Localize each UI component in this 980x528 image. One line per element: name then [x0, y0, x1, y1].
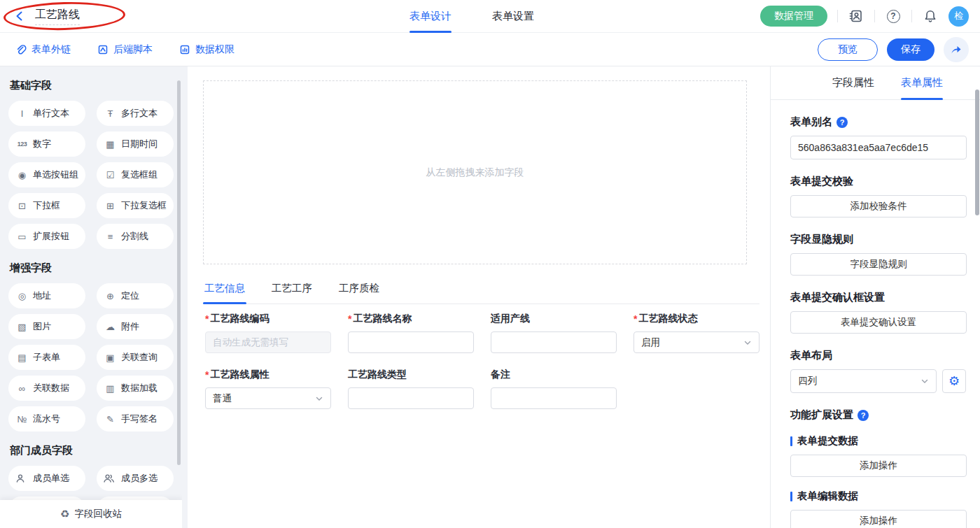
sidebar-item-serial-number[interactable]: №流水号: [8, 406, 85, 431]
address-book-button[interactable]: [848, 8, 864, 24]
external-link-button[interactable]: 表单外链: [15, 43, 71, 56]
sidebar-item-linked-data[interactable]: ∞关联数据: [8, 376, 85, 401]
tab-field-properties[interactable]: 字段属性: [832, 66, 874, 99]
record-tabs: 工艺信息 工艺工序 工序质检: [203, 276, 760, 304]
extend-button-icon: ▭: [15, 231, 29, 242]
route-attribute-select[interactable]: 普通: [205, 387, 331, 409]
properties-panel: 字段属性 表单属性 表单别名 ? 表单提交校验 添加校验条件 字段显隐规则 字段…: [770, 66, 980, 528]
sidebar-item-address[interactable]: ◎地址: [8, 283, 85, 308]
save-button[interactable]: 保存: [887, 38, 934, 61]
chevron-down-icon: [315, 394, 323, 403]
product-line-input[interactable]: [491, 331, 617, 353]
back-button[interactable]: [11, 8, 28, 24]
help-badge-icon[interactable]: ?: [858, 410, 869, 421]
tab-form-settings[interactable]: 表单设置: [492, 0, 534, 33]
submit-confirm-button[interactable]: 表单提交确认设置: [790, 311, 967, 334]
form-field-route-type: 工艺路线类型: [348, 369, 474, 409]
extension-settings-label: 功能扩展设置 ?: [790, 408, 966, 422]
section-title-basic: 基础字段: [10, 79, 174, 92]
required-mark: *: [205, 369, 209, 380]
back-chevron-icon: [14, 10, 25, 22]
backend-script-button[interactable]: 后端脚本: [97, 43, 153, 56]
chevron-down-icon: [743, 338, 752, 347]
sidebar-item-signature[interactable]: ✎手写签名: [97, 406, 174, 431]
sidebar-item-extend-button[interactable]: ▭扩展按钮: [8, 224, 85, 249]
top-bar: 工艺路线 表单设计 表单设置 数据管理 ? 检: [0, 0, 980, 33]
required-mark: *: [634, 313, 637, 324]
edit-data-add-action-button[interactable]: 添加操作: [790, 510, 967, 528]
required-mark: *: [205, 313, 209, 324]
form-layout-label: 表单布局: [790, 349, 966, 362]
sidebar-item-datetime[interactable]: ▦日期时间: [97, 131, 174, 157]
sidebar-item-subform[interactable]: ▤子表单: [8, 345, 85, 370]
sidebar-item-checkbox-group[interactable]: ☑复选框组: [97, 162, 174, 187]
sidebar-item-dropdown[interactable]: ⊡下拉框: [8, 193, 85, 218]
bar-chart-icon: ▥: [104, 383, 117, 394]
sidebar-item-member-multi[interactable]: 成员多选: [97, 466, 174, 491]
tab-process-steps[interactable]: 工艺工序: [270, 276, 314, 304]
designer-tabs: 表单设计 表单设置: [410, 0, 534, 33]
cloud-upload-icon: ☁: [104, 322, 117, 332]
notification-button[interactable]: [922, 8, 939, 24]
field-visibility-label: 字段显隐规则: [790, 233, 966, 246]
edit-data-group-label: 表单编辑数据: [790, 490, 966, 503]
route-status-select[interactable]: 启用: [634, 331, 760, 353]
route-type-input[interactable]: [348, 387, 474, 409]
sidebar-item-linked-query[interactable]: ▣关联查询: [97, 345, 174, 370]
radio-icon: ◉: [15, 170, 29, 180]
add-validation-button[interactable]: 添加校验条件: [790, 195, 967, 217]
form-field-product-line: 适用产线: [491, 313, 617, 353]
route-code-input: [205, 331, 331, 353]
help-button[interactable]: ?: [885, 8, 902, 24]
route-name-input[interactable]: [348, 331, 474, 353]
chevron-down-icon: [920, 377, 929, 385]
chain-icon: ∞: [15, 383, 29, 394]
field-visibility-button[interactable]: 字段显隐规则: [790, 253, 967, 276]
sidebar-item-divider-line[interactable]: ≡分割线: [97, 224, 174, 249]
multi-line-text-icon: Ŧ: [104, 108, 117, 119]
sidebar-item-data-load[interactable]: ▥数据加载: [97, 376, 174, 401]
panel-scrollbar[interactable]: [975, 90, 979, 215]
linked-query-icon: ▣: [104, 352, 117, 363]
pen-icon: ✎: [104, 414, 117, 424]
sidebar-item-image[interactable]: ▧图片: [8, 314, 85, 339]
bell-icon: [923, 9, 937, 23]
share-arrow-icon: [950, 43, 962, 56]
submit-validation-label: 表单提交校验: [790, 175, 966, 188]
sidebar-item-attachment[interactable]: ☁附件: [97, 314, 174, 339]
sidebar-item-location[interactable]: ⊕定位: [97, 283, 174, 308]
avatar[interactable]: 检: [948, 6, 969, 27]
submit-data-add-action-button[interactable]: 添加操作: [790, 455, 967, 477]
field-recycle-bin[interactable]: ♻ 字段回收站: [0, 500, 182, 528]
form-field-route-status: *工艺路线状态 启用: [634, 313, 760, 353]
sidebar-item-multi-dropdown[interactable]: ⊞下拉复选框: [97, 193, 174, 218]
layout-settings-button[interactable]: ⚙: [942, 369, 966, 393]
remark-input[interactable]: [491, 387, 617, 409]
form-field-route-name: *工艺路线名称: [348, 313, 474, 353]
share-button[interactable]: [944, 37, 969, 62]
tab-form-properties[interactable]: 表单属性: [901, 66, 943, 99]
sidebar-scrollbar[interactable]: [177, 80, 181, 465]
data-permission-button[interactable]: 数据权限: [179, 43, 234, 56]
recycle-icon: ♻: [60, 508, 69, 520]
tab-process-info[interactable]: 工艺信息: [203, 276, 246, 304]
page-title[interactable]: 工艺路线: [35, 8, 80, 25]
sidebar-item-member-single[interactable]: 成员单选: [8, 466, 85, 491]
sidebar-item-multi-line-text[interactable]: Ŧ多行文本: [97, 101, 174, 126]
help-badge-icon[interactable]: ?: [836, 117, 848, 128]
sidebar-item-number[interactable]: 123数字: [8, 131, 85, 157]
form-alias-input[interactable]: [790, 136, 967, 159]
sidebar-item-radio-group[interactable]: ◉单选按钮组: [8, 162, 85, 187]
tab-form-design[interactable]: 表单设计: [410, 0, 451, 33]
form-layout-select[interactable]: 四列: [790, 369, 937, 393]
data-manage-button[interactable]: 数据管理: [760, 6, 827, 27]
subform-icon: ▤: [15, 352, 29, 363]
sidebar-item-single-line-text[interactable]: I单行文本: [8, 101, 85, 126]
tab-step-qc[interactable]: 工序质检: [337, 276, 381, 304]
preview-button[interactable]: 预览: [818, 38, 878, 61]
drop-zone[interactable]: 从左侧拖拽来添加字段: [203, 80, 747, 264]
calendar-icon: ▦: [104, 139, 117, 150]
image-icon: ▧: [15, 322, 29, 332]
required-mark: *: [348, 313, 351, 324]
locate-icon: ⊕: [104, 291, 117, 301]
